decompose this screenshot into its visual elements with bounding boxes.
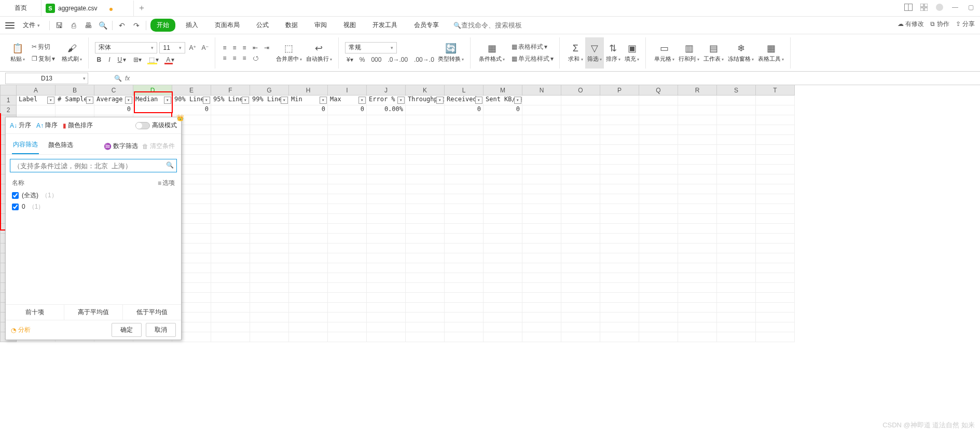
cell[interactable]: [211, 332, 250, 342]
cell[interactable]: [600, 234, 639, 243]
command-search-input[interactable]: [461, 21, 534, 29]
col-header-T[interactable]: T: [756, 85, 795, 96]
cell[interactable]: [756, 243, 795, 253]
cell[interactable]: [756, 332, 795, 342]
cell[interactable]: [367, 115, 406, 125]
cell[interactable]: [250, 194, 289, 204]
cell[interactable]: [406, 234, 445, 243]
command-search[interactable]: 🔍: [453, 21, 534, 29]
cell[interactable]: [678, 204, 717, 214]
col-header-L[interactable]: L: [445, 85, 484, 96]
cell[interactable]: [328, 273, 367, 283]
save-icon[interactable]: 🖫: [54, 20, 64, 31]
cell[interactable]: [406, 303, 445, 313]
cell[interactable]: [367, 253, 406, 263]
cell[interactable]: [639, 283, 678, 293]
cell[interactable]: [600, 332, 639, 342]
cell[interactable]: [717, 224, 756, 234]
filter-item-all[interactable]: (全选)（1）: [12, 190, 175, 201]
cell[interactable]: [289, 243, 328, 253]
align-mid[interactable]: ≡: [231, 44, 238, 52]
wrap-button[interactable]: ↩自动换行: [304, 37, 334, 69]
cell[interactable]: [406, 332, 445, 342]
filter-tab-content[interactable]: 内容筛选: [12, 138, 39, 154]
cell[interactable]: [678, 293, 717, 303]
cell[interactable]: [367, 155, 406, 165]
cell[interactable]: [522, 184, 561, 194]
cell[interactable]: [289, 165, 328, 174]
cell[interactable]: [561, 293, 600, 303]
filter-dropdown[interactable]: ▾: [475, 97, 482, 104]
cell[interactable]: [211, 125, 250, 135]
type-convert-button[interactable]: 🔄类型转换: [436, 37, 466, 69]
cell[interactable]: [756, 155, 795, 165]
col-header-R[interactable]: R: [678, 85, 717, 96]
cell[interactable]: [406, 174, 445, 184]
cell[interactable]: [484, 322, 522, 332]
tab-review[interactable]: 审阅: [308, 19, 333, 32]
cell[interactable]: [639, 96, 678, 105]
cell[interactable]: [561, 303, 600, 313]
cell[interactable]: [600, 125, 639, 135]
cell[interactable]: [756, 273, 795, 283]
col-header-O[interactable]: O: [561, 85, 600, 96]
col-header-D[interactable]: D: [133, 85, 172, 96]
cell[interactable]: [600, 174, 639, 184]
cell[interactable]: [522, 96, 561, 105]
cell[interactable]: [445, 283, 484, 293]
cell[interactable]: [250, 214, 289, 224]
cell[interactable]: [289, 145, 328, 155]
cell[interactable]: [717, 322, 756, 332]
cell[interactable]: [211, 263, 250, 273]
cell[interactable]: [250, 105, 289, 115]
cell[interactable]: [367, 293, 406, 303]
coop-button[interactable]: ⧉ 协作: [930, 20, 949, 29]
cell[interactable]: [406, 115, 445, 125]
cell[interactable]: [406, 253, 445, 263]
cell[interactable]: [522, 313, 561, 322]
copy-button[interactable]: ❐ 复制 ▾: [30, 54, 57, 64]
cell[interactable]: [678, 115, 717, 125]
col-header-B[interactable]: B: [56, 85, 94, 96]
cell[interactable]: [445, 273, 484, 283]
cell[interactable]: [367, 263, 406, 273]
cell[interactable]: [717, 303, 756, 313]
cell[interactable]: [367, 303, 406, 313]
tab-devtools[interactable]: 开发工具: [366, 19, 404, 32]
cell[interactable]: [250, 273, 289, 283]
cell[interactable]: [756, 283, 795, 293]
col-header-K[interactable]: K: [406, 85, 445, 96]
cell[interactable]: [367, 234, 406, 243]
cell[interactable]: [445, 115, 484, 125]
cell[interactable]: [522, 135, 561, 145]
cell[interactable]: 0: [328, 105, 367, 115]
cell[interactable]: [522, 234, 561, 243]
cell[interactable]: [561, 332, 600, 342]
cell[interactable]: [250, 234, 289, 243]
cell[interactable]: [600, 263, 639, 273]
search-icon[interactable]: 🔍: [166, 161, 174, 169]
cell[interactable]: [717, 125, 756, 135]
cell[interactable]: [211, 155, 250, 165]
cell[interactable]: [211, 283, 250, 293]
cell[interactable]: [367, 313, 406, 322]
cell-style-button[interactable]: ▦ 单元格样式 ▾: [510, 54, 555, 64]
cell[interactable]: [289, 273, 328, 283]
redo-icon[interactable]: ↷: [131, 20, 142, 31]
cell[interactable]: [484, 184, 522, 194]
cell[interactable]: [367, 273, 406, 283]
cell[interactable]: [522, 253, 561, 263]
cell[interactable]: [678, 283, 717, 293]
cell[interactable]: Sent KB/sec▾: [484, 96, 522, 105]
cell[interactable]: [639, 313, 678, 322]
cell[interactable]: [289, 174, 328, 184]
cell[interactable]: [328, 214, 367, 224]
align-right[interactable]: ≡: [241, 54, 248, 62]
cell[interactable]: [756, 184, 795, 194]
cell[interactable]: [406, 145, 445, 155]
cell[interactable]: [328, 332, 367, 342]
cell[interactable]: [445, 135, 484, 145]
cell[interactable]: [445, 234, 484, 243]
quick-above-avg[interactable]: 高于平均值: [64, 305, 123, 320]
cell[interactable]: [561, 322, 600, 332]
